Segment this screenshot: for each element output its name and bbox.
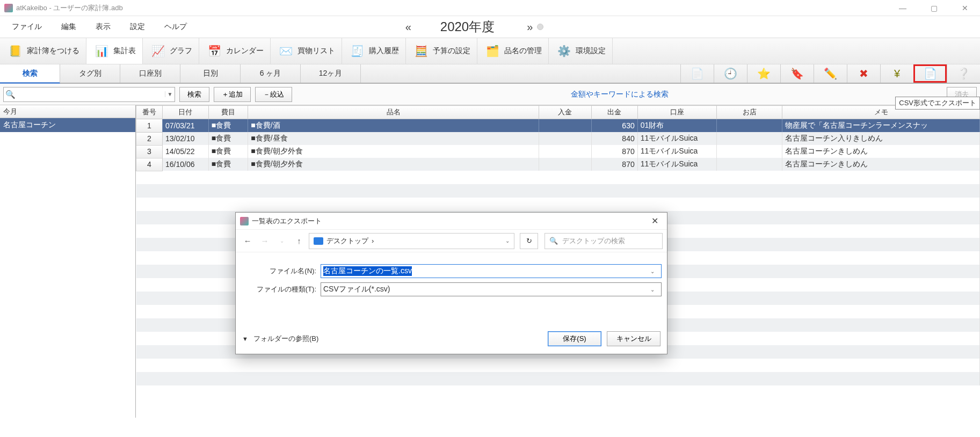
cell-category: ■食費 (208, 132, 248, 145)
browse-folders-toggle[interactable]: フォルダーの参照(B) (253, 334, 318, 344)
toolbar-button[interactable]: 📒家計簿をつける (0, 38, 86, 64)
app-icon (4, 4, 13, 12)
column-header[interactable]: 番号 (136, 106, 163, 119)
menu-item[interactable]: ヘルプ (155, 19, 197, 35)
filename-dropdown-icon[interactable]: ⌄ (646, 268, 659, 274)
dialog-search-placeholder: デスクトップの検索 (562, 236, 625, 246)
edit-icon[interactable]: ✏️ (814, 64, 847, 83)
history-icon[interactable]: 🕘 (714, 64, 747, 83)
copy-icon[interactable]: 📄 (680, 64, 714, 83)
table-row-empty (136, 359, 980, 372)
column-header[interactable]: 出金 (591, 106, 637, 119)
column-header[interactable]: 費目 (208, 106, 248, 119)
row-number: 1 (136, 119, 163, 133)
year-next-button[interactable]: » (527, 21, 529, 33)
toolbar-button[interactable]: ⚙️環境設定 (549, 38, 613, 64)
table-row[interactable]: 1 07/03/21 ■食費 ■食費/酒 630 01財布 物産展で「名古屋コー… (136, 119, 980, 133)
window-title: atKakeibo - ユーザーの家計簿.adb (16, 3, 892, 13)
help-icon[interactable]: ❔ (947, 64, 980, 83)
filename-input[interactable]: 名古屋コーチンの一覧.csv ⌄ (321, 264, 662, 278)
search-button[interactable]: 検索 (179, 87, 209, 102)
column-header[interactable]: 品名 (248, 106, 539, 119)
year-prev-button[interactable]: « (405, 21, 408, 33)
location-breadcrumb[interactable]: デスクトップ › ⌄ (309, 233, 514, 249)
cancel-button[interactable]: キャンセル (607, 331, 660, 346)
column-header[interactable]: 口座 (637, 106, 716, 119)
dialog-title: 一覧表のエクスポート (252, 216, 647, 226)
cell-date: 07/03/21 (163, 119, 209, 133)
nav-forward-button[interactable]: → (257, 234, 272, 249)
filter-tab[interactable]: タグ別 (60, 64, 120, 83)
menu-item[interactable]: 設定 (120, 19, 155, 35)
column-header[interactable]: お店 (716, 106, 782, 119)
save-button[interactable]: 保存(S) (548, 331, 601, 346)
filter-tab[interactable]: 6 ヶ月 (241, 64, 301, 83)
cell-account: 11モバイルSuica (637, 145, 716, 158)
nav-recent-button[interactable]: ⌄ (274, 234, 289, 249)
table-row[interactable]: 2 13/02/10 ■食費 ■食費/昼食 840 11モバイルSuica 名古… (136, 132, 980, 145)
side-panel-item[interactable]: 名古屋コーチン (0, 118, 135, 132)
csv-export-tooltip: CSV形式でエクスポート (895, 97, 980, 110)
menubar: ファイル編集表示設定ヘルプ « 2020年度 » (0, 16, 980, 38)
filetype-value: CSVファイル(*.csv) (323, 285, 390, 294)
menu-item[interactable]: 表示 (86, 19, 120, 35)
add-button[interactable]: ＋追加 (214, 87, 251, 102)
filetype-select[interactable]: CSVファイル(*.csv) ⌄ (321, 282, 662, 296)
filter-tab[interactable]: 検索 (0, 64, 60, 84)
ledger-icon: 📒 (6, 42, 24, 60)
toolbar-button[interactable]: 📊集計表 (86, 38, 143, 64)
filetype-dropdown-icon[interactable]: ⌄ (646, 287, 659, 293)
refresh-button[interactable]: ↻ (520, 233, 538, 249)
search-icon: 🔍 (549, 237, 558, 245)
column-header[interactable]: 日付 (163, 106, 209, 119)
search-dropdown-icon[interactable]: ▼ (165, 91, 175, 97)
budget-icon: 🧮 (412, 42, 430, 60)
menu-item[interactable]: ファイル (2, 19, 52, 35)
toolbar-button[interactable]: 🧾購入履歴 (342, 38, 406, 64)
minimize-button[interactable]: — (892, 4, 913, 12)
delete-icon[interactable]: ✖ (847, 64, 880, 83)
column-header[interactable]: 入金 (539, 106, 591, 119)
toolbar-button[interactable]: 📈グラフ (143, 38, 199, 64)
nav-up-button[interactable]: ↑ (292, 234, 307, 249)
toolbar-button[interactable]: 📅カレンダー (199, 38, 271, 64)
tag-icon[interactable]: 🔖 (780, 64, 814, 83)
yen-icon[interactable]: ¥ (880, 64, 913, 83)
table-row[interactable]: 3 14/05/22 ■食費 ■食費/朝夕外食 870 11モバイルSuica … (136, 145, 980, 158)
toolbar-button[interactable]: 🗂️品名の管理 (477, 38, 549, 64)
cell-category: ■食費 (208, 158, 248, 171)
search-hint: 金額やキーワードによる検索 (296, 90, 942, 99)
cell-income (539, 145, 591, 158)
menu-item[interactable]: 編集 (52, 19, 86, 35)
year-label: 2020年度 (440, 18, 495, 35)
nav-back-button[interactable]: ← (240, 234, 255, 249)
dialog-close-button[interactable]: ✕ (647, 216, 663, 226)
narrow-button[interactable]: －絞込 (255, 87, 292, 102)
toolbar-button[interactable]: ✉️買物リスト (271, 38, 342, 64)
cell-memo: 物産展で「名古屋コーチンラーメンスナッ (782, 119, 980, 133)
star-icon[interactable]: ⭐ (747, 64, 780, 83)
items-icon: 🗂️ (484, 42, 501, 60)
search-row: 🔍 ▼ 検索 ＋追加 －絞込 金額やキーワードによる検索 消去 (0, 84, 980, 105)
toolbar-label: 品名の管理 (504, 46, 542, 56)
close-button[interactable]: ✕ (954, 4, 976, 12)
filter-tab[interactable]: 12ヶ月 (301, 64, 361, 83)
year-indicator-icon (537, 24, 543, 30)
filter-tab[interactable]: 日別 (180, 64, 241, 83)
location-dropdown-icon[interactable]: ⌄ (505, 238, 510, 244)
cell-income (539, 158, 591, 171)
cell-account: 11モバイルSuica (637, 158, 716, 171)
search-input[interactable]: 🔍 ▼ (3, 87, 175, 102)
csv-export-icon[interactable]: 📄 (913, 64, 947, 83)
cell-memo: 名古屋コーチン入りきしめん (782, 132, 980, 145)
dialog-search-input[interactable]: 🔍 デスクトップの検索 (545, 233, 663, 249)
maximize-button[interactable]: ▢ (923, 4, 945, 12)
toolbar-label: 環境設定 (576, 46, 606, 56)
toolbar-button[interactable]: 🧮予算の設定 (406, 38, 477, 64)
toolbar-label: カレンダー (226, 46, 264, 56)
table-row[interactable]: 4 16/10/06 ■食費 ■食費/朝夕外食 870 11モバイルSuica … (136, 158, 980, 171)
filename-value: 名古屋コーチンの一覧.csv (323, 266, 412, 276)
filter-tab[interactable]: 口座別 (120, 64, 180, 83)
filter-tabs: 検索タグ別口座別日別6 ヶ月12ヶ月📄🕘⭐🔖✏️✖¥📄❔ (0, 64, 980, 84)
main-toolbar: 📒家計簿をつける📊集計表📈グラフ📅カレンダー✉️買物リスト🧾購入履歴🧮予算の設定… (0, 38, 980, 64)
